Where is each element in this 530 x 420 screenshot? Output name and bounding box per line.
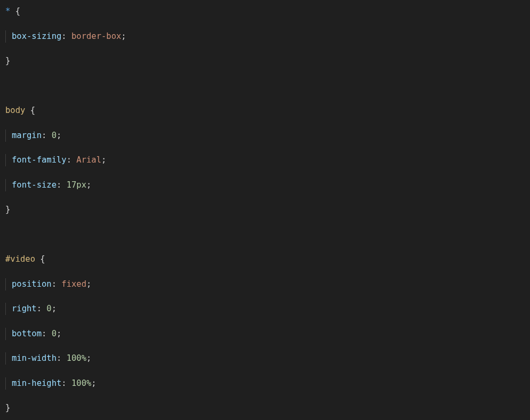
indent-guide: margin: 0; <box>5 130 61 142</box>
css-value: Arial <box>76 155 101 165</box>
indent-guide: min-width: 100%; <box>5 352 91 365</box>
indent-guide: bottom: 0; <box>5 328 61 340</box>
indent-guide: box-sizing: border-box; <box>5 30 126 43</box>
open-brace: { <box>15 6 20 16</box>
close-brace: } <box>5 205 10 214</box>
css-property: min-height <box>12 378 61 388</box>
css-value: 100% <box>71 378 91 388</box>
css-property: font-size <box>12 180 57 190</box>
css-selector: body <box>5 106 25 115</box>
close-brace: } <box>5 56 10 66</box>
css-property: right <box>12 304 37 313</box>
indent-guide: right: 0; <box>5 303 57 315</box>
close-brace: } <box>5 403 10 413</box>
css-property: min-width <box>12 353 57 363</box>
css-value: 100% <box>67 353 86 363</box>
css-value: 0 <box>46 304 51 313</box>
css-property: margin <box>12 131 42 140</box>
open-brace: { <box>30 106 35 115</box>
css-property: font-family <box>12 155 67 165</box>
open-brace: { <box>40 254 45 264</box>
indent-guide: font-size: 17px; <box>5 179 91 191</box>
css-property: bottom <box>12 329 42 338</box>
css-selector: * <box>5 6 10 16</box>
indent-guide: font-family: Arial; <box>5 154 106 166</box>
indent-guide: position: fixed; <box>5 278 91 290</box>
css-value: 0 <box>52 131 57 140</box>
css-value: border-box <box>71 31 121 41</box>
css-property: box-sizing <box>12 31 61 41</box>
css-value: 17px <box>67 180 86 190</box>
css-selector: #video <box>5 254 35 264</box>
css-value: fixed <box>61 279 86 289</box>
css-value: 0 <box>52 329 57 338</box>
indent-guide: min-height: 100%; <box>5 377 97 390</box>
css-property: position <box>12 279 52 289</box>
code-editor[interactable]: * { box-sizing: border-box; } body { mar… <box>0 5 530 420</box>
